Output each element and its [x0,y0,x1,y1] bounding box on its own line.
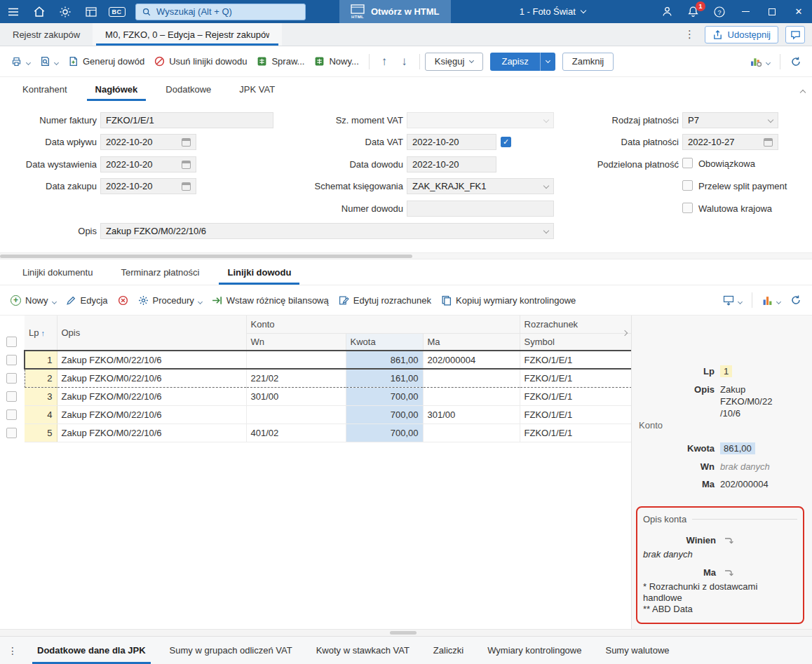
cell-kwota[interactable]: 700,00 [346,424,423,442]
column-header-wn[interactable]: Wn [246,333,346,351]
tab-sumy-walutowe[interactable]: Sumy walutowe [593,637,681,664]
close-button[interactable]: ✕ [785,0,812,23]
cell-wn[interactable]: 301/00 [246,387,346,405]
cell-wn[interactable]: 401/02 [246,424,346,442]
refresh-button[interactable] [785,51,806,72]
table-row[interactable]: 2 Zakup FZKO/M0/22/10/6 221/02 161,00 FZ… [25,369,632,387]
tab-jpk-vat[interactable]: JPK VAT [225,77,289,101]
header-expander[interactable] [623,327,627,337]
bottom-tabs-menu[interactable]: ⋮ [0,637,25,664]
numer-faktury-field[interactable]: FZKO/1/E/1 [100,112,273,128]
tab-sumy-odliczen-vat[interactable]: Sumy w grupach odliczeń VAT [158,637,304,664]
tab-naglowek[interactable]: Nagłówek [81,77,152,101]
table-row[interactable]: 4 Zakup FZKO/M0/22/10/6 700,00 301/00 FZ… [25,405,632,424]
scrollbar-thumb[interactable] [0,255,412,258]
zapisz-dropdown[interactable] [540,53,555,71]
kopiuj-wymiary-button[interactable]: Kopiuj wymiary kontrolingowe [436,290,581,311]
numer-dowodu-field[interactable] [407,201,554,217]
cell-lp[interactable]: 5 [25,424,57,442]
print-preview-button[interactable] [35,51,63,72]
search-input[interactable]: Wyszukaj (Alt + Q) [135,4,306,20]
refresh-lines-button[interactable] [785,290,806,311]
data-zakupu-field[interactable]: 2022-10-20 [100,178,196,194]
data-dowodu-field[interactable]: 2022-10-20 [407,156,496,172]
cell-opis[interactable]: Zakup FZKO/M0/22/10/6 [57,387,246,405]
bc-button[interactable]: BC [104,0,130,23]
cell-opis[interactable]: Zakup FZKO/M0/22/10/6 [57,369,246,387]
menu-button[interactable] [0,0,26,23]
calendar-icon[interactable] [764,138,773,147]
table-row[interactable]: 5 Zakup FZKO/M0/22/10/6 401/02 700,00 FZ… [25,424,632,442]
tab-linijki-dokumentu[interactable]: Linijki dokumentu [8,259,107,285]
column-header-ma[interactable]: Ma [423,333,520,351]
tab-rejestr-zakupow[interactable]: Rejestr zakupów [0,23,93,46]
edycja-button[interactable]: Edycja [61,290,113,311]
cell-kwota[interactable]: 700,00 [346,387,423,405]
obowiazkowa-checkbox[interactable] [682,158,693,168]
chart-button[interactable] [757,290,785,311]
sprawozdanie-button[interactable]: Spraw... [252,51,309,72]
scrollbar-thumb[interactable] [390,631,417,635]
cell-kwota[interactable]: 161,00 [346,369,423,387]
edytuj-rozrachunek-button[interactable]: Edytuj rozrachunek [334,290,436,311]
walutowa-checkbox[interactable] [682,203,693,213]
workspace-button[interactable] [78,0,104,23]
cell-wn[interactable] [246,405,346,424]
tab-zaliczki[interactable]: Zaliczki [421,637,475,664]
cell-opis[interactable]: Zakup FZKO/M0/22/10/6 [57,424,246,442]
data-platnosci-field[interactable]: 2022-10-27 [682,134,778,150]
cell-wn[interactable]: 221/02 [246,369,346,387]
company-selector[interactable]: 1 - Foto Świat [520,6,586,17]
nowy-dokument-button[interactable]: Nowy... [309,51,363,72]
settings-button[interactable] [52,0,78,23]
cell-lp[interactable]: 4 [25,405,57,424]
row-checkbox[interactable] [6,428,17,438]
tab-overflow-menu[interactable]: ⋮ [682,28,698,41]
opis-dropdown[interactable]: Zakup FZKO/M0/22/10/6 [100,223,554,239]
cell-wn[interactable] [246,351,346,369]
cell-ma[interactable] [423,424,520,442]
print-button[interactable] [6,51,35,72]
cell-lp[interactable]: 2 [25,369,57,387]
row-checkbox[interactable] [6,355,17,365]
help-button[interactable]: ? [706,0,732,23]
cell-kwota[interactable]: 700,00 [346,405,423,424]
przelew-split-checkbox[interactable] [682,180,693,191]
schemat-ksiegowania-dropdown[interactable]: ZAK_KRAJK_FK1 [407,178,554,194]
table-row[interactable]: 3 Zakup FZKO/M0/22/10/6 301/00 700,00 FZ… [25,387,632,405]
data-wystawienia-field[interactable]: 2022-10-20 [100,156,196,172]
collapse-panel-button[interactable] [801,86,805,97]
data-wplywu-field[interactable]: 2022-10-20 [100,134,196,150]
row-checkbox[interactable] [6,373,17,384]
cell-lp[interactable]: 3 [25,387,57,405]
tab-wymiary-kontrolingowe[interactable]: Wymiary kontrolingowe [475,637,593,664]
tab-dodatkowe-dane-jpk[interactable]: Dodatkowe dane dla JPK [25,637,158,664]
cell-opis[interactable]: Zakup FZKO/M0/22/10/6 [57,405,246,424]
wstaw-roznice-button[interactable]: Wstaw różnicę bilansową [207,290,334,311]
usun-linijki-button[interactable]: Usuń linijki dowodu [149,51,252,72]
column-header-kwota[interactable]: Kwota [346,333,423,351]
cell-symbol[interactable]: FZKO/1/E/1 [520,424,632,442]
row-checkbox[interactable] [6,391,17,402]
tab-dodatkowe[interactable]: Dodatkowe [151,77,225,101]
cell-symbol[interactable]: FZKO/1/E/1 [520,387,632,405]
apply-arrow-icon[interactable] [724,536,733,545]
save-view-button[interactable] [718,290,747,311]
procedury-button[interactable]: Procedury [133,290,207,311]
user-button[interactable] [654,0,680,23]
view-settings-button[interactable] [745,51,775,72]
move-up-button[interactable]: ↑ [374,55,395,69]
calendar-icon[interactable] [182,182,191,191]
data-vat-checkbox[interactable]: ✓ [501,137,511,147]
notifications-button[interactable]: 1 [680,0,706,23]
apply-arrow-icon[interactable] [724,569,733,577]
tab-kontrahent[interactable]: Kontrahent [8,77,81,101]
column-group-rozrachunek[interactable]: Rozrachunek [520,316,632,333]
column-group-konto[interactable]: Konto [246,316,520,333]
nowy-button[interactable]: + Nowy [6,290,61,311]
row-checkbox[interactable] [6,409,17,420]
data-vat-field[interactable]: 2022-10-20 [407,134,496,150]
share-button[interactable]: Udostępnij [705,26,778,43]
zamknij-button[interactable]: Zamknij [562,53,614,71]
open-in-html-button[interactable]: HTML Otwórz w HTML [339,0,451,23]
